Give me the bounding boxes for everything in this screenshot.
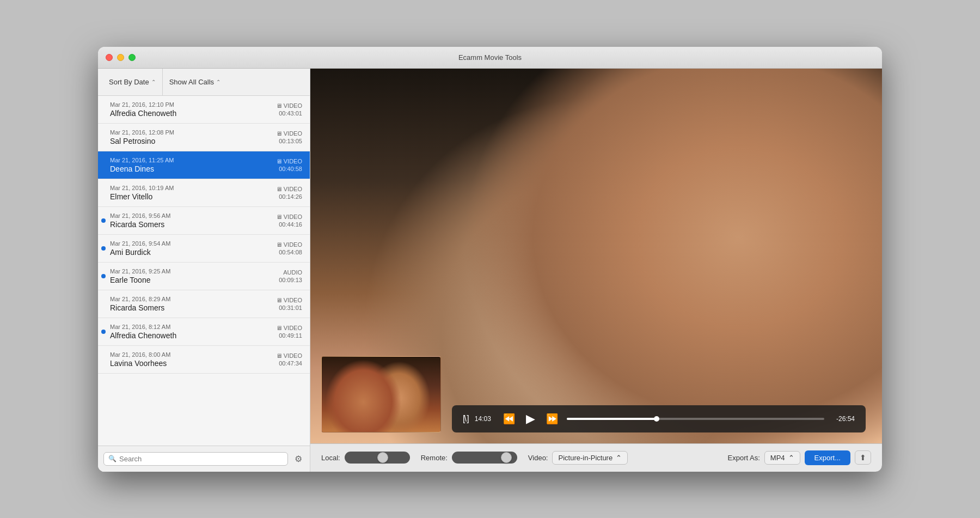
call-date-9: Mar 21, 2016, 8:12 AM [110,324,276,330]
unread-dot-7 [101,274,106,278]
search-input[interactable] [119,455,283,463]
call-name-2: Sal Petrosino [110,137,276,145]
maximize-button[interactable] [128,54,136,61]
main-content: Sort By Date ⌃ Show All Calls ⌃ Mar 21, … [98,69,882,472]
video-label: Video: [528,454,548,462]
local-volume-slider[interactable] [345,452,410,464]
call-meta-9: 🖥 VIDEO 00:49:11 [276,325,302,339]
call-item-9[interactable]: Mar 21, 2016, 8:12 AM Alfredia Chenoweth… [98,318,310,346]
call-item-4[interactable]: Mar 21, 2016, 10:19 AM Elmer Vitello 🖥 V… [98,179,310,207]
call-type-7: AUDIO [283,269,302,276]
call-item-3[interactable]: Mar 21, 2016, 11:25 AM Deena Dines 🖥 VID… [98,151,310,179]
progress-dot [654,416,659,422]
call-name-1: Alfredia Chenoweth [110,109,276,118]
bottom-bar: Local: Remote: Video: Picture-in-Picture [310,443,882,472]
current-time: 14:03 [475,415,494,423]
local-volume-group: Local: [321,452,410,464]
titlebar: Ecamm Movie Tools [98,47,882,69]
close-button[interactable] [106,54,113,61]
call-type-1: 🖥 VIDEO [276,102,302,109]
local-volume-thumb [377,452,388,463]
call-date-4: Mar 21, 2016, 10:19 AM [110,185,276,191]
video-mode-select[interactable]: Picture-in-Picture ⌃ [552,451,628,465]
show-all-calls-button[interactable]: Show All Calls ⌃ [163,69,227,95]
remote-volume-group: Remote: [421,452,517,464]
call-type-6: 🖥 VIDEO [276,241,302,248]
playback-controls: [\ ] 14:03 ⏪ ▶ ⏩ -26:54 [452,405,866,432]
call-type-2: 🖥 VIDEO [276,130,302,137]
sort-chevron-icon: ⌃ [151,79,156,85]
call-info-9: Mar 21, 2016, 8:12 AM Alfredia Chenoweth [110,324,276,340]
call-info-6: Mar 21, 2016, 9:54 AM Ami Burdick [110,240,276,257]
call-item-6[interactable]: Mar 21, 2016, 9:54 AM Ami Burdick 🖥 VIDE… [98,235,310,263]
call-name-7: Earle Toone [110,276,279,284]
call-item-8[interactable]: Mar 21, 2016, 8:29 AM Ricarda Somers 🖥 V… [98,290,310,318]
unread-dot-9 [101,330,106,334]
call-info-3: Mar 21, 2016, 11:25 AM Deena Dines [110,157,276,173]
video-icon-2: 🖥 [276,130,282,137]
call-info-10: Mar 21, 2016, 8:00 AM Lavina Voorhees [110,351,276,368]
rewind-button[interactable]: ⏪ [501,412,517,426]
call-duration-3: 00:40:58 [279,166,302,172]
call-date-6: Mar 21, 2016, 9:54 AM [110,240,276,247]
call-list: Mar 21, 2016, 12:10 PM Alfredia Chenowet… [98,96,310,446]
export-format-chevron-icon: ⌃ [788,454,794,462]
video-icon-6: 🖥 [276,241,282,248]
progress-bar[interactable] [567,418,824,420]
call-item-2[interactable]: Mar 21, 2016, 12:08 PM Sal Petrosino 🖥 V… [98,124,310,151]
sort-by-date-button[interactable]: Sort By Date ⌃ [102,69,163,95]
call-item-1[interactable]: Mar 21, 2016, 12:10 PM Alfredia Chenowet… [98,96,310,124]
window-title: Ecamm Movie Tools [458,53,522,62]
call-duration-9: 00:49:11 [279,332,302,339]
video-icon-4: 🖥 [276,186,282,192]
call-name-4: Elmer Vitello [110,192,276,201]
call-duration-7: 00:09:13 [279,277,302,283]
video-icon-8: 🖥 [276,297,282,303]
fast-forward-button[interactable]: ⏩ [544,412,560,426]
call-meta-7: AUDIO 00:09:13 [279,269,302,283]
call-type-5: 🖥 VIDEO [276,214,302,220]
call-duration-5: 00:44:16 [279,221,302,228]
call-name-10: Lavina Voorhees [110,359,276,368]
remote-volume-thumb [501,452,512,463]
gear-button[interactable]: ⚙ [292,452,304,466]
video-icon-3: 🖥 [276,158,282,164]
call-meta-10: 🖥 VIDEO 00:47:34 [276,352,302,367]
video-mode-chevron-icon: ⌃ [616,454,622,462]
call-type-9: 🖥 VIDEO [276,325,302,331]
call-info-7: Mar 21, 2016, 9:25 AM Earle Toone [110,268,279,284]
call-date-10: Mar 21, 2016, 8:00 AM [110,351,276,358]
call-info-1: Mar 21, 2016, 12:10 PM Alfredia Chenowet… [110,101,276,118]
call-meta-8: 🖥 VIDEO 00:31:01 [276,297,302,311]
call-name-9: Alfredia Chenoweth [110,331,276,340]
video-icon-1: 🖥 [276,102,282,109]
call-item-5[interactable]: Mar 21, 2016, 9:56 AM Ricarda Somers 🖥 V… [98,207,310,235]
call-info-8: Mar 21, 2016, 8:29 AM Ricarda Somers [110,296,276,312]
call-info-5: Mar 21, 2016, 9:56 AM Ricarda Somers [110,212,276,229]
remote-label: Remote: [421,454,448,462]
call-date-7: Mar 21, 2016, 9:25 AM [110,268,279,275]
call-date-2: Mar 21, 2016, 12:08 PM [110,129,276,136]
pip-thumbnail [321,356,441,432]
video-main[interactable]: [\ ] 14:03 ⏪ ▶ ⏩ -26:54 [310,69,882,443]
remote-volume-slider[interactable] [452,452,517,464]
local-label: Local: [321,454,340,462]
show-all-calls-label: Show All Calls [169,78,214,86]
video-area: [\ ] 14:03 ⏪ ▶ ⏩ -26:54 [310,69,882,472]
call-item-10[interactable]: Mar 21, 2016, 8:00 AM Lavina Voorhees 🖥 … [98,346,310,374]
export-format-select[interactable]: MP4 ⌃ [764,451,800,465]
share-button[interactable]: ⬆ [855,450,871,465]
call-date-5: Mar 21, 2016, 9:56 AM [110,212,276,219]
play-button[interactable]: ▶ [524,411,537,427]
call-item-7[interactable]: Mar 21, 2016, 9:25 AM Earle Toone AUDIO … [98,263,310,290]
call-type-10: 🖥 VIDEO [276,352,302,359]
window-controls [106,54,136,61]
export-button[interactable]: Export... [805,450,850,465]
call-duration-4: 00:14:26 [279,193,302,200]
call-duration-8: 00:31:01 [279,304,302,311]
app-window: Ecamm Movie Tools Sort By Date ⌃ Show Al… [98,47,882,472]
call-type-8: 🖥 VIDEO [276,297,302,303]
pip-people-overlay [322,357,440,432]
call-date-3: Mar 21, 2016, 11:25 AM [110,157,276,163]
minimize-button[interactable] [117,54,124,61]
